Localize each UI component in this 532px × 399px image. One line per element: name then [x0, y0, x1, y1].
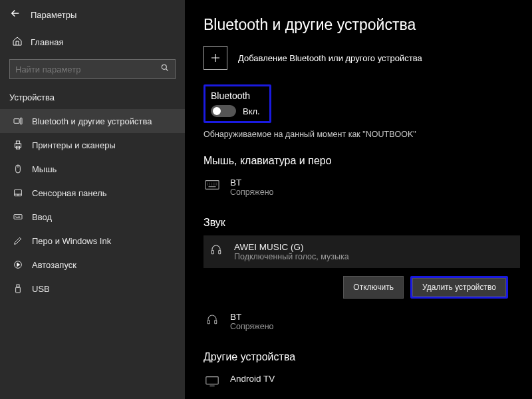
device-bt-audio[interactable]: BT Сопряжено — [203, 308, 532, 339]
svg-rect-11 — [16, 287, 21, 293]
svg-rect-2 — [20, 118, 22, 124]
display-icon — [203, 374, 221, 387]
sidebar-item-label: Перо и Windows Ink — [32, 236, 111, 246]
svg-rect-16 — [215, 321, 217, 324]
sidebar-item-mouse[interactable]: Мышь — [0, 157, 185, 181]
bluetooth-heading: Bluetooth — [209, 90, 260, 101]
device-bt-keyboard[interactable]: BT Сопряжено — [203, 174, 532, 205]
sidebar-item-label: Bluetooth и другие устройства — [32, 116, 152, 126]
sidebar-item-printers[interactable]: Принтеры и сканеры — [0, 133, 185, 157]
search-input[interactable] — [15, 65, 170, 74]
sidebar-section-label: Устройства — [0, 88, 185, 109]
sidebar-item-autoplay[interactable]: Автозапуск — [0, 253, 185, 277]
back-icon[interactable] — [9, 7, 21, 22]
sidebar-item-touchpad[interactable]: Сенсорная панель — [0, 181, 185, 205]
svg-rect-15 — [207, 321, 209, 324]
bluetooth-toggle[interactable] — [211, 105, 236, 117]
sidebar-item-pen[interactable]: Перо и Windows Ink — [0, 229, 185, 253]
device-status: Сопряжено — [230, 188, 274, 197]
headphones-icon — [207, 242, 225, 255]
device-action-buttons: Отключить Удалить устройство — [203, 276, 520, 299]
keyboard-icon — [12, 211, 24, 223]
device-awei-music[interactable]: AWEI MUSIC (G) Подключенный голос, музык… — [203, 235, 520, 268]
device-name: AWEI MUSIC (G) — [234, 242, 349, 252]
search-icon — [160, 63, 170, 75]
search-input-wrap[interactable] — [9, 59, 176, 79]
disconnect-button[interactable]: Отключить — [343, 276, 404, 299]
window-title: Параметры — [31, 10, 76, 20]
svg-rect-1 — [14, 119, 19, 124]
sidebar-item-label: Принтеры и сканеры — [32, 140, 116, 150]
section-sound: Звук — [203, 217, 532, 229]
touchpad-icon — [12, 187, 24, 199]
svg-rect-13 — [211, 251, 213, 254]
printer-icon — [12, 139, 24, 151]
svg-rect-8 — [14, 215, 22, 219]
sidebar-item-label: Мышь — [32, 164, 57, 174]
autoplay-icon — [12, 259, 24, 271]
sidebar-item-label: Автозапуск — [32, 260, 76, 270]
svg-rect-14 — [219, 251, 221, 254]
add-device-row[interactable]: Добавление Bluetooth или другого устройс… — [203, 46, 532, 70]
home-link[interactable]: Главная — [0, 29, 185, 55]
svg-rect-5 — [16, 146, 19, 149]
section-other-devices: Другие устройства — [203, 351, 532, 363]
page-title: Bluetooth и другие устройства — [203, 16, 532, 34]
headphones-icon — [203, 312, 221, 325]
remove-button-highlight: Удалить устройство — [410, 276, 508, 299]
sidebar-item-bluetooth[interactable]: Bluetooth и другие устройства — [0, 109, 185, 133]
plus-icon — [203, 46, 227, 70]
bluetooth-toggle-block: Bluetooth Вкл. — [203, 84, 271, 123]
device-name: BT — [230, 178, 274, 188]
main-panel: Bluetooth и другие устройства Добавление… — [185, 0, 532, 399]
svg-rect-3 — [15, 144, 21, 147]
pen-icon — [12, 235, 24, 247]
usb-icon — [12, 283, 24, 295]
sidebar-header: Параметры — [0, 0, 185, 29]
mouse-icon — [12, 163, 24, 175]
home-label: Главная — [31, 37, 63, 47]
home-icon — [12, 36, 23, 49]
sidebar: Параметры Главная Устройства Bluetooth и… — [0, 0, 185, 399]
discoverable-text: Обнаруживаемое на данный момент как "NOU… — [203, 130, 532, 139]
sidebar-item-typing[interactable]: Ввод — [0, 205, 185, 229]
svg-rect-10 — [17, 285, 19, 287]
device-name: BT — [230, 312, 274, 322]
sidebar-item-label: Ввод — [32, 212, 52, 222]
sidebar-item-usb[interactable]: USB — [0, 277, 185, 301]
sidebar-item-label: Сенсорная панель — [32, 188, 107, 198]
device-status: Сопряжено — [230, 322, 274, 331]
svg-rect-4 — [16, 141, 19, 144]
device-name: Android TV — [230, 374, 275, 384]
remove-device-button[interactable]: Удалить устройство — [412, 278, 506, 297]
svg-point-0 — [162, 65, 166, 69]
sidebar-item-label: USB — [32, 284, 50, 294]
bluetooth-devices-icon — [12, 115, 24, 127]
device-android-tv[interactable]: Android TV — [203, 370, 532, 395]
svg-rect-17 — [206, 377, 218, 384]
bluetooth-toggle-state: Вкл. — [243, 106, 260, 116]
section-mouse-keyboard-pen: Мышь, клавиатура и перо — [203, 155, 532, 167]
device-status: Подключенный голос, музыка — [234, 252, 349, 261]
keyboard-icon — [203, 178, 221, 191]
add-device-label: Добавление Bluetooth или другого устройс… — [238, 53, 422, 63]
